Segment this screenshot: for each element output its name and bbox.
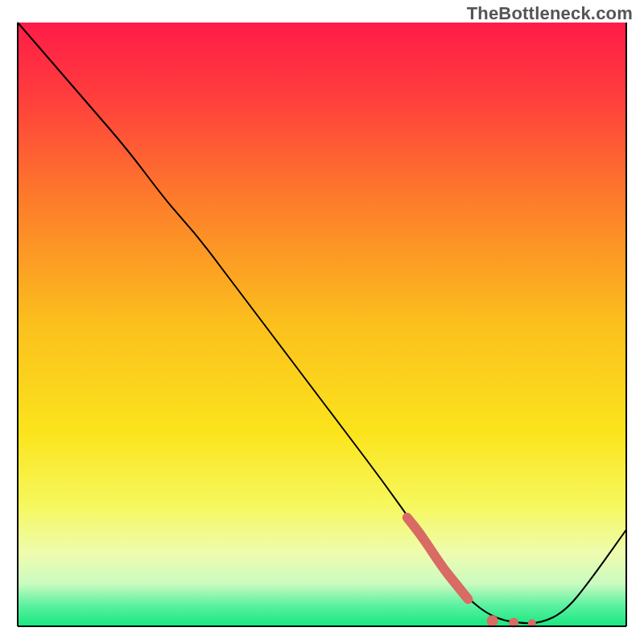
watermark-text: TheBottleneck.com (467, 3, 633, 24)
highlight-dot-1 (487, 615, 498, 626)
chart-container: TheBottleneck.com (0, 0, 644, 644)
bottleneck-chart (0, 0, 644, 644)
gradient-background (18, 23, 626, 626)
